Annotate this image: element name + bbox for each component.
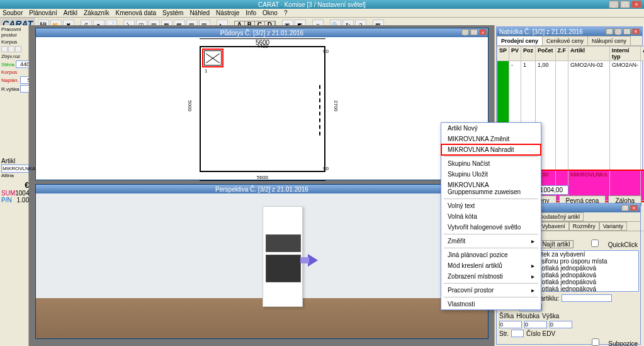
chevron-right-icon: ▸ — [531, 238, 534, 245]
offer-max[interactable]: □ — [623, 28, 631, 35]
offer-close[interactable]: × — [632, 28, 640, 35]
left-icon[interactable] — [1, 46, 8, 52]
fp-min[interactable]: _ — [461, 29, 469, 35]
oven-icon — [266, 255, 301, 282]
left-sum: 1004 — [15, 190, 29, 197]
ctx-nahradit[interactable]: MIKROVLNKA Nahradit — [441, 144, 541, 155]
tab-nakupni[interactable]: Nákupní ceny — [587, 36, 631, 45]
left-altname: Altina — [1, 173, 29, 178]
context-menu: Artikl Nový MIKROVLNKA Změnit MIKROVLNKA… — [441, 122, 541, 310]
fp-close[interactable]: × — [479, 29, 487, 35]
menu-artikl[interactable]: Artikl — [64, 9, 77, 16]
currency-label: € — [1, 181, 29, 190]
subpozice-check[interactable] — [584, 338, 607, 346]
perspective-title: Perspektiva Č. [3/2] z 21.01.2016 — [215, 186, 308, 193]
left-group1: Pracovní prostor — [1, 26, 27, 38]
tab-rozmery[interactable]: Rozměry — [569, 222, 599, 231]
menubar: Soubor Plánování Artikl Zákazník Kmenová… — [0, 9, 644, 18]
perspective-window: Perspektiva Č. [3/2] z 21.01.2016 _□× — [35, 184, 489, 339]
ctx-zobrazeni[interactable]: Zobrazení místnosti▸ — [441, 271, 541, 282]
left-icon[interactable] — [15, 46, 21, 52]
chevron-right-icon: ▸ — [531, 287, 534, 294]
tab-prodejni[interactable]: Prodejní ceny — [497, 36, 543, 45]
ctx-jina-pozice[interactable]: Jiná plánovací pozice — [441, 250, 541, 260]
vyska-input[interactable] — [550, 321, 572, 328]
ctx-halogen[interactable]: Vytvořit halogenové světlo — [441, 222, 541, 233]
chevron-right-icon: ▸ — [531, 262, 534, 269]
selected-element[interactable]: 1 — [202, 49, 223, 67]
ctx-artikl-novy[interactable]: Artikl Nový — [441, 123, 541, 134]
left-artikl-label: Artikl — [1, 158, 29, 164]
ctx-vlastnosti[interactable]: Vlastnosti — [441, 299, 541, 309]
menu-nahled[interactable]: Náhled — [189, 9, 210, 16]
door-icon — [319, 85, 320, 136]
microwave-icon — [266, 234, 301, 252]
str-input[interactable] — [511, 330, 524, 337]
menu-system[interactable]: Systém — [162, 9, 183, 16]
ctx-zmenit[interactable]: MIKROVLNKA Změnit — [441, 134, 541, 144]
ctx-skupinu-nacist[interactable]: Skupinu Načíst — [441, 158, 541, 169]
floorplan-title: Půdorys Č. [3/2] z 21.01.2016 — [220, 30, 303, 37]
menu-help[interactable]: ? — [284, 9, 288, 16]
menu-planovani[interactable]: Plánování — [29, 9, 57, 16]
menu-zakaznik[interactable]: Zákazník — [84, 9, 110, 16]
left-artikl-value: MIKROVLNKA — [1, 164, 29, 173]
offer-title: Nabídka Č. [3/2] z 21.01.2016 — [499, 28, 583, 35]
ctx-pracovni-prostor[interactable]: Pracovní prostor▸ — [441, 285, 541, 296]
tab-cenikove[interactable]: Cenikové ceny — [542, 36, 588, 45]
window-title: CARAT · Komise [3 / Nastavení světel] — [258, 1, 366, 8]
maximize-button[interactable]: □ — [620, 1, 630, 8]
ctx-volny-text[interactable]: Volný text — [441, 200, 541, 211]
menu-soubor[interactable]: Soubor — [3, 9, 23, 16]
offer-help[interactable]: ? — [606, 28, 613, 35]
hloubka-input[interactable] — [524, 321, 547, 328]
tab-varianty[interactable]: Varianty — [599, 222, 627, 231]
menu-info[interactable]: Info — [246, 9, 256, 16]
menu-kmenova[interactable]: Kmenová data — [116, 9, 157, 16]
minimize-button[interactable]: _ — [609, 1, 619, 8]
left-group2: Korpus — [1, 39, 27, 45]
ctx-mod-kresleni[interactable]: Mód kreslení artiklů▸ — [441, 260, 541, 271]
quickclick-check[interactable] — [584, 239, 606, 247]
ctx-skupinu-ulozit[interactable]: Skupinu Uložit — [441, 169, 541, 180]
menu-okno[interactable]: Okno — [263, 9, 278, 16]
tab-dodat[interactable]: Dodatečný artikl — [536, 212, 584, 221]
cat-help[interactable]: ? — [621, 205, 629, 211]
ctx-volna-kota[interactable]: Volná kóta — [441, 211, 541, 222]
direction-arrow-icon — [308, 254, 318, 267]
cabinet-3d — [263, 206, 303, 307]
fp-max[interactable]: □ — [470, 29, 478, 35]
mdi-area: Půdorys Č. [3/2] z 21.01.2016 _□× 5600 4… — [29, 25, 494, 346]
cat-close[interactable]: × — [630, 205, 638, 211]
perspective-viewport[interactable] — [36, 193, 488, 338]
window-titlebar: CARAT · Komise [3 / Nastavení světel] _ … — [0, 0, 644, 9]
left-ppn: 1.00 — [17, 197, 29, 204]
close-button[interactable]: × — [631, 1, 641, 8]
tab-vybaveni[interactable]: Vybavení — [538, 222, 569, 231]
ctx-zmerit[interactable]: Změřit▸ — [441, 236, 541, 246]
floorplan-window: Půdorys Č. [3/2] z 21.01.2016 _□× 5600 4… — [35, 28, 489, 180]
ctx-gruppensumme[interactable]: MIKROVLNKA Gruppensumme zuweisen — [441, 180, 541, 197]
left-icon[interactable] — [8, 46, 14, 52]
offer-min[interactable]: _ — [614, 28, 622, 35]
chevron-right-icon: ▸ — [531, 273, 534, 280]
cislo-artiklu-input[interactable] — [562, 294, 612, 302]
menu-nastroje[interactable]: Nástroje — [216, 9, 239, 16]
sirka-input[interactable] — [499, 321, 522, 328]
